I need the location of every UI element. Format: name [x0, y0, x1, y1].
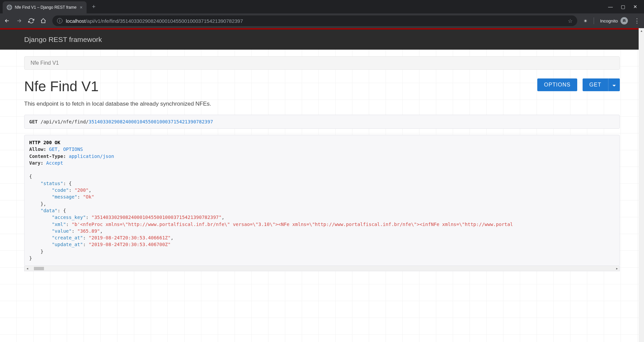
options-button[interactable]: OPTIONS [537, 78, 577, 91]
browser-chrome: Nfe Find V1 – Django REST frame × + — ▢ … [0, 0, 644, 28]
browser-tab[interactable]: Nfe Find V1 – Django REST frame × [3, 1, 87, 13]
grid-background: Nfe Find V1 Nfe Find V1 OPTIONS GET This… [0, 50, 644, 342]
header-allow-val: GET, OPTIONS [46, 147, 83, 152]
gear-icon[interactable]: ✴ [583, 18, 588, 24]
home-icon[interactable] [40, 18, 46, 24]
minimize-icon[interactable]: — [608, 4, 613, 9]
info-icon[interactable]: i [57, 18, 62, 23]
request-method: GET [29, 119, 38, 124]
get-button-group: GET [583, 78, 620, 91]
json-status-code: "200" [75, 187, 89, 193]
response-block: HTTP 200 OK Allow: GET, OPTIONS Content-… [24, 135, 620, 266]
breadcrumb-item: Nfe Find V1 [31, 60, 59, 66]
scroll-right-icon[interactable]: ▸ [614, 267, 620, 270]
separator [594, 17, 594, 24]
new-tab-button[interactable]: + [92, 3, 96, 10]
page-viewport: Django REST framework Nfe Find V1 Nfe Fi… [0, 28, 644, 342]
svg-point-2 [625, 20, 626, 21]
forward-icon[interactable] [16, 18, 22, 24]
page-title: Nfe Find V1 [24, 78, 99, 95]
address-url: localhost/api/v1/nfe/find/35140330290824… [66, 18, 243, 24]
close-window-icon[interactable]: ✕ [633, 4, 637, 9]
scrollbar-thumb[interactable] [34, 267, 44, 270]
request-line: GET /api/v1/nfe/find/3514033029082400010… [24, 115, 620, 129]
action-buttons: OPTIONS GET [537, 78, 620, 91]
header-ctype-val: application/json [66, 154, 114, 159]
menu-dots-icon[interactable]: ⋮ [634, 17, 640, 24]
caret-down-icon [612, 85, 616, 87]
horizontal-scrollbar[interactable]: ◂ ▸ [24, 266, 620, 271]
header-vary-val: Accept [43, 160, 63, 166]
incognito-label: Incognito [600, 18, 618, 23]
header-vary-name: Vary: [29, 160, 43, 166]
brand-link[interactable]: Django REST framework [24, 36, 102, 43]
tab-title: Nfe Find V1 – Django REST frame [15, 5, 77, 10]
json-value: "365.89" [77, 228, 100, 234]
address-bar[interactable]: i localhost/api/v1/nfe/find/351403302908… [52, 15, 577, 26]
get-button[interactable]: GET [583, 78, 608, 91]
maximize-icon[interactable]: ▢ [621, 4, 625, 9]
window-controls: — ▢ ✕ [608, 4, 644, 9]
json-xml: "b'<nfeProc xmlns=\"http://www.portalfis… [71, 222, 513, 227]
request-id: 3514033029082400010455001000371542139078… [89, 119, 213, 124]
request-path: /api/v1/nfe/find/ [38, 119, 89, 124]
reload-icon[interactable] [28, 18, 34, 24]
json-update-at: "2019-08-24T20:30:53.406700Z" [89, 242, 170, 247]
incognito-icon [621, 17, 628, 24]
globe-icon [7, 5, 12, 10]
vertical-scrollbar[interactable]: ▴ [639, 28, 644, 342]
endpoint-description: This endpoint is to fetch in local datab… [24, 101, 620, 107]
breadcrumb[interactable]: Nfe Find V1 [24, 56, 620, 70]
svg-point-1 [623, 20, 624, 21]
header-allow-name: Allow: [29, 147, 46, 152]
incognito-badge[interactable]: Incognito [600, 17, 628, 24]
content: Nfe Find V1 Nfe Find V1 OPTIONS GET This… [0, 50, 644, 278]
scroll-left-icon[interactable]: ◂ [24, 267, 30, 270]
json-status-message: "Ok" [83, 194, 94, 199]
header-ctype-name: Content-Type: [29, 154, 66, 159]
star-icon[interactable]: ☆ [568, 18, 573, 24]
back-icon[interactable] [4, 18, 10, 24]
json-access-key: "351403302908240001045500100037154213907… [91, 215, 221, 220]
scroll-up-icon[interactable]: ▴ [639, 28, 644, 34]
title-row: Nfe Find V1 OPTIONS GET [24, 78, 620, 95]
nav-bar: i localhost/api/v1/nfe/find/351403302908… [0, 13, 644, 28]
status-line: HTTP 200 OK [29, 140, 60, 145]
drf-header: Django REST framework [0, 30, 644, 50]
json-create-at: "2019-08-24T20:30:53.406661Z" [89, 235, 170, 240]
get-dropdown-button[interactable] [608, 78, 620, 91]
response-pre: HTTP 200 OK Allow: GET, OPTIONS Content-… [29, 139, 615, 262]
close-icon[interactable]: × [80, 5, 83, 10]
tab-bar: Nfe Find V1 – Django REST frame × + — ▢ … [0, 0, 644, 13]
